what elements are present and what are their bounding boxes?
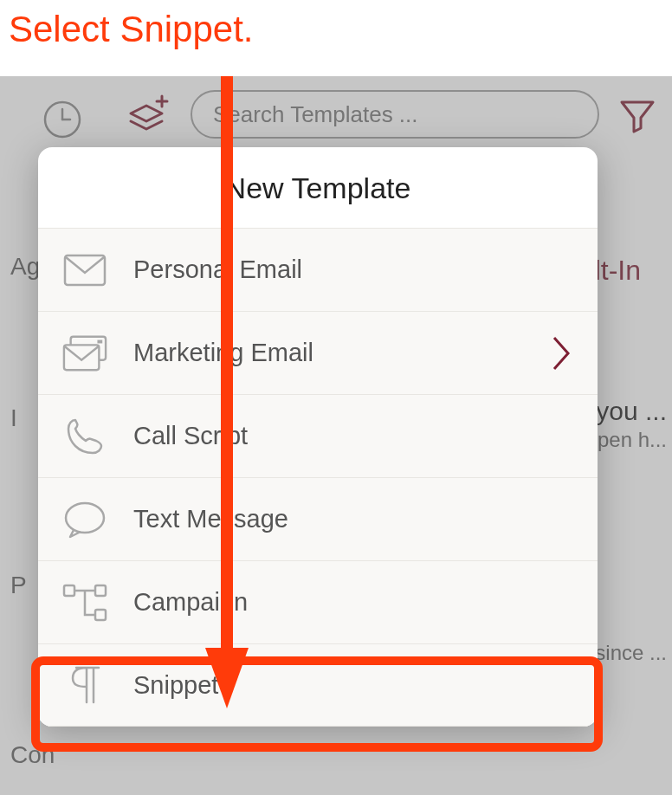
svg-point-11: [66, 503, 104, 533]
menu-item-label: Snippet: [133, 671, 573, 700]
svg-rect-9: [97, 339, 102, 343]
svg-rect-13: [95, 585, 106, 596]
envelopes-icon: [62, 331, 107, 376]
menu-item-label: Marketing Email: [133, 339, 549, 367]
phone-icon: [62, 414, 107, 459]
annotation-label: Select Snippet.: [9, 9, 254, 50]
svg-rect-7: [65, 255, 105, 285]
menu-item-call-script[interactable]: Call Script: [38, 394, 598, 477]
menu-item-snippet[interactable]: Snippet: [38, 643, 598, 727]
pilcrow-icon: [62, 662, 107, 708]
speech-bubble-icon: [62, 497, 107, 542]
envelope-icon: [62, 248, 107, 293]
popover-title: New Template: [38, 147, 598, 228]
menu-item-text-message[interactable]: Text Message: [38, 477, 598, 560]
workflow-icon: [62, 580, 107, 625]
svg-rect-10: [64, 345, 99, 370]
menu-item-marketing-email[interactable]: Marketing Email: [38, 311, 598, 394]
new-template-popover: New Template Personal Email Ma: [38, 147, 598, 727]
menu-item-label: Personal Email: [133, 255, 573, 284]
menu-item-personal-email[interactable]: Personal Email: [38, 228, 598, 311]
menu-item-label: Call Script: [133, 422, 573, 450]
svg-rect-12: [64, 585, 74, 596]
menu-item-label: Text Message: [133, 505, 573, 533]
menu-item-label: Campaign: [133, 588, 573, 617]
chevron-right-icon: [549, 334, 573, 372]
popover-list: Personal Email Marketing Email: [38, 228, 598, 727]
menu-item-campaign[interactable]: Campaign: [38, 560, 598, 643]
svg-rect-14: [95, 610, 106, 620]
